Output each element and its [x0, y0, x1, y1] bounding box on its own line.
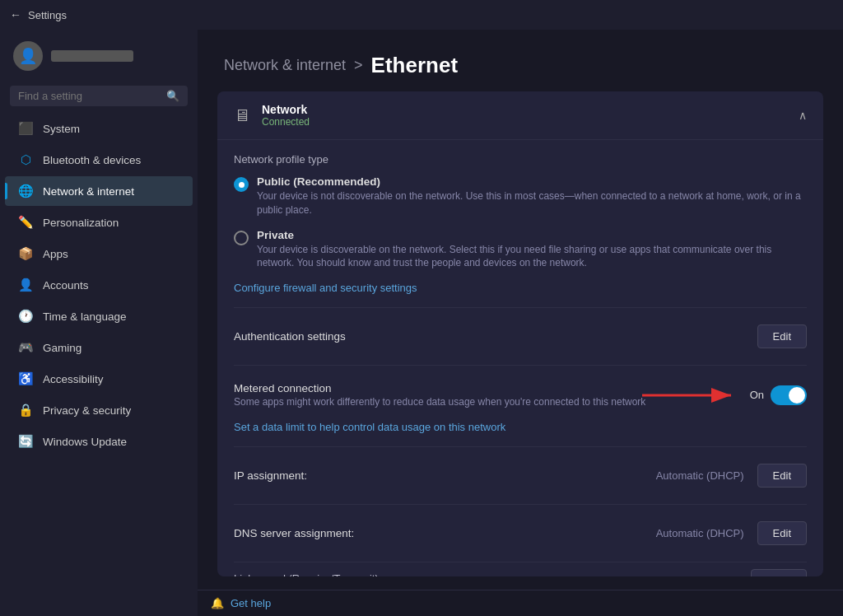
metered-connection-sublabel: Some apps might work differently to redu… — [234, 396, 645, 408]
user-name-placeholder — [51, 50, 133, 62]
breadcrumb-separator: > — [354, 57, 363, 74]
info-key-linkspeed: Link speed (Receive/Transmit): — [234, 572, 398, 576]
time-icon: 🕐 — [18, 309, 33, 324]
dns-edit-button[interactable]: Edit — [757, 521, 807, 545]
divider-4 — [234, 504, 807, 505]
help-icon: 🔔 — [211, 597, 224, 609]
network-info-section: Link speed (Receive/Transmit): Link-loca… — [234, 569, 807, 576]
personalization-icon: ✏️ — [18, 215, 33, 230]
radio-private-label: Private — [257, 229, 807, 241]
sidebar-item-label: System — [43, 123, 80, 135]
sidebar-item-label: Personalization — [43, 217, 119, 229]
radio-private-desc: Your device is discoverable on the netwo… — [257, 243, 807, 271]
radio-public-desc: Your device is not discoverable on the n… — [257, 189, 807, 217]
sidebar-item-network[interactable]: 🌐 Network & internet — [5, 176, 193, 206]
network-panel: 🖥 Network Connected ∧ Network profile ty… — [217, 91, 823, 576]
radio-public[interactable]: Public (Recommended) Your device is not … — [234, 175, 807, 217]
metered-toggle[interactable] — [771, 385, 807, 405]
sidebar-item-label: Accounts — [43, 279, 89, 292]
sidebar-item-accessibility[interactable]: ♿ Accessibility — [5, 364, 193, 394]
sidebar-item-apps[interactable]: 📦 Apps — [5, 239, 193, 268]
divider-2 — [234, 365, 807, 366]
sidebar-item-label: Time & language — [43, 310, 127, 323]
sidebar-item-gaming[interactable]: 🎮 Gaming — [5, 333, 193, 362]
panel-title: Network — [262, 103, 310, 116]
panel-header-left: 🖥 Network Connected — [234, 103, 310, 128]
sidebar-item-system[interactable]: ⬛ System — [5, 114, 193, 143]
sidebar-item-label: Windows Update — [43, 436, 127, 448]
dns-assignment-value: Automatic (DHCP) — [656, 527, 744, 539]
copy-button[interactable]: Copy — [751, 569, 807, 576]
title-bar: ← Settings — [0, 0, 843, 30]
divider-1 — [234, 307, 807, 308]
sidebar-item-privacy[interactable]: 🔒 Privacy & security — [5, 395, 193, 425]
sidebar-item-label: Network & internet — [43, 185, 134, 198]
auth-settings-row: Authentication settings Edit — [234, 315, 807, 358]
metered-toggle-container: On — [750, 385, 807, 405]
sidebar-item-windows-update[interactable]: 🔄 Windows Update — [5, 427, 193, 456]
breadcrumb: Network & internet > Ethernet — [198, 30, 843, 91]
auth-edit-button[interactable]: Edit — [757, 324, 807, 348]
get-help-link[interactable]: Get help — [231, 597, 271, 609]
network-icon: 🌐 — [18, 184, 33, 198]
user-section: 👤 — [0, 30, 198, 82]
panel-header: 🖥 Network Connected ∧ — [217, 91, 823, 140]
gaming-icon: 🎮 — [18, 340, 33, 355]
metered-connection-row: Metered connection Some apps might work … — [234, 372, 807, 418]
panel-collapse-icon[interactable]: ∧ — [799, 109, 807, 122]
sidebar-item-label: Accessibility — [43, 373, 104, 385]
breadcrumb-parent: Network & internet — [224, 57, 346, 74]
info-row-linkspeed: Link speed (Receive/Transmit): — [234, 569, 741, 576]
main-content: Network & internet > Ethernet 🖥 Network … — [198, 30, 843, 616]
back-button[interactable]: ← — [10, 8, 21, 21]
sidebar-item-label: Gaming — [43, 342, 82, 354]
ip-assignment-value: Automatic (DHCP) — [656, 469, 744, 482]
breadcrumb-current: Ethernet — [371, 53, 458, 78]
firewall-link[interactable]: Configure firewall and security settings — [234, 282, 807, 294]
apps-icon: 📦 — [18, 246, 33, 261]
network-panel-icon: 🖥 — [234, 106, 250, 125]
search-icon: 🔍 — [166, 90, 179, 102]
sidebar: 👤 🔍 ⬛ System ⬡ Bluetooth & devices 🌐 Net… — [0, 30, 198, 616]
divider-3 — [234, 446, 807, 447]
bluetooth-icon: ⬡ — [18, 152, 33, 167]
radio-private-circle[interactable] — [234, 231, 249, 245]
sidebar-item-label: Bluetooth & devices — [43, 154, 141, 166]
dns-assignment-label: DNS server assignment: — [234, 527, 354, 539]
bottom-bar[interactable]: 🔔 Get help — [198, 590, 843, 616]
radio-public-circle[interactable] — [234, 177, 249, 192]
sidebar-item-label: Privacy & security — [43, 404, 131, 417]
sidebar-item-personalization[interactable]: ✏️ Personalization — [5, 208, 193, 237]
accounts-icon: 👤 — [18, 278, 33, 292]
red-arrow-annotation — [642, 383, 741, 408]
radio-public-label: Public (Recommended) — [257, 175, 807, 188]
toggle-on-label: On — [750, 389, 764, 401]
sidebar-item-accounts[interactable]: 👤 Accounts — [5, 270, 193, 300]
app-container: 👤 🔍 ⬛ System ⬡ Bluetooth & devices 🌐 Net… — [0, 30, 843, 616]
system-icon: ⬛ — [18, 121, 33, 136]
ip-edit-button[interactable]: Edit — [757, 464, 807, 488]
sidebar-item-bluetooth[interactable]: ⬡ Bluetooth & devices — [5, 145, 193, 175]
copy-button-container: Copy — [741, 569, 807, 576]
avatar: 👤 — [13, 41, 43, 71]
privacy-icon: 🔒 — [18, 403, 33, 418]
search-input[interactable] — [18, 90, 160, 102]
app-title: Settings — [28, 9, 67, 21]
panel-body: Network profile type Public (Recommended… — [217, 140, 823, 576]
divider-5 — [234, 562, 807, 562]
sidebar-item-time[interactable]: 🕐 Time & language — [5, 301, 193, 331]
network-info-rows: Link speed (Receive/Transmit): Link-loca… — [234, 569, 741, 576]
accessibility-icon: ♿ — [18, 371, 33, 386]
radio-private[interactable]: Private Your device is discoverable on t… — [234, 229, 807, 271]
search-box[interactable]: 🔍 — [10, 86, 188, 106]
windows-update-icon: 🔄 — [18, 434, 33, 449]
sidebar-item-label: Apps — [43, 248, 68, 260]
dns-assignment-row: DNS server assignment: Automatic (DHCP) … — [234, 511, 807, 555]
data-limit-link[interactable]: Set a data limit to help control data us… — [234, 421, 807, 433]
ip-assignment-row: IP assignment: Automatic (DHCP) Edit — [234, 454, 807, 497]
auth-settings-label: Authentication settings — [234, 330, 346, 343]
section-label-network-profile: Network profile type — [234, 153, 807, 166]
metered-connection-label: Metered connection — [234, 382, 645, 394]
panel-subtitle: Connected — [262, 116, 310, 128]
ip-assignment-label: IP assignment: — [234, 469, 307, 482]
